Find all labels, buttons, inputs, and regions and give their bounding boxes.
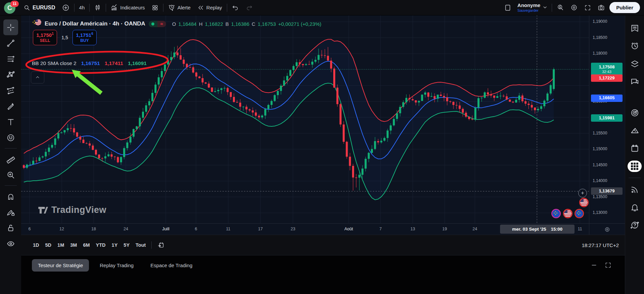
economic-event-eu-icon[interactable] <box>575 209 584 218</box>
hide-drawings-tool-button[interactable] <box>3 236 18 251</box>
magnet-tool-button[interactable] <box>3 188 18 204</box>
indicator-basis-value: 1,16751 <box>81 60 100 66</box>
help-button[interactable] <box>627 216 642 234</box>
buy-button[interactable]: 1,17516 BUY <box>72 30 97 45</box>
redo-button[interactable] <box>242 0 256 15</box>
tab-trading-panel[interactable]: Espace de Trading <box>144 259 198 272</box>
replay-button[interactable]: Replay <box>194 0 226 15</box>
expand-icon[interactable] <box>605 262 611 269</box>
trend-line-tool-button[interactable] <box>3 35 18 51</box>
screener-button[interactable] <box>627 104 642 122</box>
time-axis[interactable]: mer. 03 Sept '25 15:00 6121824Juill61117… <box>21 223 589 235</box>
economic-event-us-icon[interactable] <box>563 209 573 218</box>
channel-tool-button[interactable] <box>3 82 18 98</box>
chart-pane[interactable]: Euro / Dollar Américain · 4h · OANDA ≈ O… <box>21 15 589 223</box>
range-6m-button[interactable]: 6M <box>80 240 93 250</box>
us-flag-icon <box>35 19 41 25</box>
alert-button[interactable]: Alerte <box>165 0 194 15</box>
range-all-button[interactable]: Tout <box>133 240 149 250</box>
time-axis-label: Juill <box>156 227 176 231</box>
close-label: C <box>252 21 255 27</box>
settings-button[interactable] <box>567 0 581 15</box>
tab-strategy-tester[interactable]: Testeur de Stratégie <box>32 259 89 272</box>
indicator-templates-button[interactable] <box>148 0 162 15</box>
candlestick-chart[interactable] <box>21 15 589 223</box>
user-menu-button[interactable]: Anonyme Sauvegarder <box>515 3 550 12</box>
ideas-button[interactable] <box>627 122 642 139</box>
notifications-button[interactable] <box>627 198 642 216</box>
time-axis-label: 7 <box>370 227 391 231</box>
bottom-filler <box>21 275 625 294</box>
price-tick-label: 1,19000 <box>593 19 607 24</box>
range-5y-button[interactable]: 5Y <box>120 240 133 250</box>
sell-button[interactable]: 1,17501 SELL <box>33 30 57 45</box>
pencil-lock-icon <box>6 208 15 217</box>
price-axis[interactable]: 1,190001,185001,180001,165001,155001,150… <box>589 15 625 223</box>
legend-collapse-button[interactable] <box>31 71 44 83</box>
interval-button[interactable]: 4h <box>76 0 88 15</box>
indicators-button[interactable]: Indicateurs <box>107 0 148 15</box>
news-feed-button[interactable] <box>627 181 642 198</box>
text-tool-button[interactable] <box>3 114 18 130</box>
chat-button[interactable] <box>627 73 642 91</box>
tab-replay-trading[interactable]: Replay Trading <box>94 259 140 272</box>
pattern-tool-button[interactable] <box>3 67 18 82</box>
drawing-lock-tool-button[interactable] <box>3 204 18 220</box>
chart-style-button[interactable] <box>91 0 104 15</box>
alerts-panel-button[interactable] <box>627 37 642 55</box>
indicator-legend-row[interactable]: BB 20 SMA close 2 1,16751 1,17411 1,1609… <box>32 60 147 66</box>
eye-icon <box>6 239 15 248</box>
eu-flag-icon <box>576 210 583 217</box>
layout-button[interactable] <box>501 0 515 15</box>
object-tree-button[interactable] <box>627 55 642 73</box>
range-ytd-button[interactable]: YTD <box>93 240 109 250</box>
symbol-title[interactable]: Euro / Dollar Américain · 4h · OANDA <box>45 20 145 27</box>
account-menu-button[interactable]: C 11 <box>4 1 18 14</box>
measure-tool-button[interactable] <box>3 151 18 167</box>
watchlist-button[interactable] <box>627 19 642 37</box>
session-clock[interactable]: 18:27:17 UTC+2 <box>582 242 619 248</box>
add-alert-plus-button[interactable]: + <box>578 189 587 197</box>
us-flag-icon <box>580 199 588 206</box>
bottom-toolbar: 1D 5D 1M 3M 6M YTD 1Y 5Y Tout 18:27:17 U… <box>21 235 625 255</box>
minimize-icon[interactable] <box>591 262 597 269</box>
fullscreen-button[interactable] <box>581 0 594 15</box>
toolbar-divider <box>552 4 552 12</box>
zoom-tool-button[interactable] <box>3 167 18 183</box>
range-1d-button[interactable]: 1D <box>30 240 42 250</box>
calendar-button[interactable] <box>627 139 642 157</box>
apps-grid-button[interactable] <box>627 157 642 175</box>
line-tools-button[interactable] <box>3 51 18 67</box>
axis-settings-corner[interactable] <box>589 223 625 235</box>
range-1m-button[interactable]: 1M <box>54 240 67 250</box>
buy-price: 1,1751 <box>76 32 91 38</box>
parallel-channel-icon <box>6 86 15 95</box>
symbol-flags <box>31 19 41 28</box>
quick-search-button[interactable] <box>553 0 567 15</box>
price-level-badge: 1,15981 <box>591 114 623 122</box>
economic-event-us-icon[interactable] <box>579 198 589 207</box>
price-tick-label: 1,13000 <box>593 210 607 215</box>
emoji-tool-button[interactable] <box>3 130 18 145</box>
price-tick-label: 1,14000 <box>593 178 607 183</box>
layers-icon <box>630 59 639 68</box>
market-status-pill[interactable]: ≈ <box>149 21 166 27</box>
undo-button[interactable] <box>229 0 242 15</box>
indicator-name[interactable]: BB 20 SMA close 2 <box>32 60 77 66</box>
symbol-search-button[interactable]: EURUSD <box>20 0 59 15</box>
crosshair-tool-button[interactable] <box>3 19 18 35</box>
goto-date-button[interactable] <box>154 240 167 251</box>
brush-tool-button[interactable] <box>3 98 18 114</box>
screenshot-button[interactable] <box>594 0 608 15</box>
economic-event-eu-icon[interactable] <box>551 209 561 218</box>
range-1y-button[interactable]: 1Y <box>109 240 121 250</box>
compare-add-button[interactable] <box>59 0 73 15</box>
range-5d-button[interactable]: 5D <box>42 240 55 250</box>
buy-label: BUY <box>80 38 89 43</box>
publish-button[interactable]: Publier <box>609 2 640 13</box>
range-3m-button[interactable]: 3M <box>67 240 80 250</box>
save-layout-link[interactable]: Sauvegarder <box>517 8 540 12</box>
lock-all-tool-button[interactable] <box>3 220 18 236</box>
crosshair-date: mer. 03 Sept '25 <box>512 227 546 232</box>
smiley-icon <box>6 133 15 142</box>
